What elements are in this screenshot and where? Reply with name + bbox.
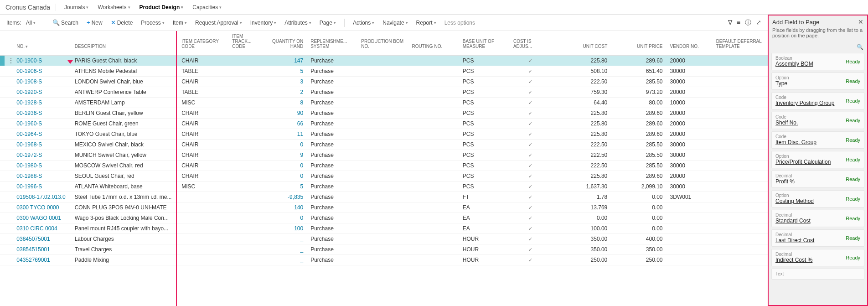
- new-button[interactable]: +New: [84, 17, 105, 28]
- field-card[interactable]: DecimalIndirect Cost %Ready: [771, 249, 864, 266]
- field-card[interactable]: CodeShelf No.Ready: [771, 112, 864, 129]
- row-more-icon[interactable]: [5, 192, 13, 202]
- col-unit-price[interactable]: UNIT PRICE: [611, 31, 666, 56]
- col-item-category[interactable]: ITEM CATEGORY CODE: [178, 31, 228, 56]
- col-qty[interactable]: QUANTITY ON HAND: [261, 31, 307, 56]
- field-card[interactable]: Text: [771, 269, 864, 280]
- field-card[interactable]: CodeItem Disc. GroupReady: [771, 131, 864, 149]
- row-more-icon[interactable]: [5, 98, 13, 108]
- field-card[interactable]: BooleanAssembly BOMReady: [771, 53, 864, 70]
- col-unit-cost[interactable]: UNIT COST: [551, 31, 611, 56]
- expand-icon[interactable]: ⤢: [756, 19, 761, 27]
- cell-no[interactable]: 00-1960-S: [13, 119, 71, 129]
- cell-qty[interactable]: 0: [261, 171, 307, 182]
- col-routing[interactable]: ROUTING NO.: [408, 31, 459, 56]
- row-handle[interactable]: [0, 192, 5, 202]
- table-row[interactable]: 00-1960-SROME Guest Chair, greenCHAIR66P…: [0, 119, 768, 129]
- top-tab[interactable]: Journals▾: [60, 1, 93, 13]
- top-tab[interactable]: Worksheets▾: [93, 1, 134, 13]
- col-no[interactable]: NO.▾: [13, 31, 71, 56]
- cell-no[interactable]: 019508-17.02.013.0: [13, 192, 71, 202]
- table-row[interactable]: 0300 WAGO 0001Wago 3-pos Black Locking M…: [0, 213, 768, 223]
- row-more-icon[interactable]: [5, 119, 13, 129]
- cell-qty[interactable]: 140: [261, 202, 307, 213]
- filter-icon[interactable]: ∇: [728, 19, 732, 27]
- cell-no[interactable]: 00-1996-S: [13, 182, 71, 192]
- table-row[interactable]: 00-1980-SMOSCOW Swivel Chair, redCHAIR0P…: [0, 161, 768, 171]
- row-handle[interactable]: [0, 140, 5, 150]
- cell-no[interactable]: 04352769001: [13, 255, 71, 265]
- inventory-menu[interactable]: Inventory▾: [248, 18, 279, 28]
- col-base-unit[interactable]: BASE UNIT OF MEASURE: [459, 31, 510, 56]
- cell-qty[interactable]: 147: [261, 56, 307, 66]
- field-card[interactable]: DecimalProfit %Ready: [771, 171, 864, 188]
- cell-no[interactable]: 00-1980-S: [13, 161, 71, 171]
- row-more-icon[interactable]: [5, 244, 13, 255]
- col-replen[interactable]: REPLENISHME... SYSTEM: [307, 31, 357, 56]
- cell-no[interactable]: 00-1928-S: [13, 98, 71, 108]
- row-more-icon[interactable]: [5, 150, 13, 161]
- row-handle[interactable]: [0, 171, 5, 182]
- cell-no[interactable]: 00-1900-S: [13, 56, 71, 66]
- table-row[interactable]: 00-1964-STOKYO Guest Chair, blueCHAIR11P…: [0, 129, 768, 140]
- process-menu[interactable]: Process▾: [138, 18, 167, 28]
- row-handle[interactable]: [0, 66, 5, 77]
- col-deferral[interactable]: DEFAULT DEFERRAL TEMPLATE: [713, 31, 768, 56]
- attributes-menu[interactable]: Attributes▾: [282, 18, 314, 28]
- less-options[interactable]: Less options: [442, 18, 478, 28]
- cell-qty[interactable]: 66: [261, 119, 307, 129]
- table-row[interactable]: 00-1996-SATLANTA Whiteboard, baseMISC5Pu…: [0, 182, 768, 192]
- cell-qty[interactable]: 11: [261, 129, 307, 140]
- cell-qty[interactable]: 0: [261, 140, 307, 150]
- col-vendor[interactable]: VENDOR NO.: [666, 31, 713, 56]
- request-approval-menu[interactable]: Request Approval▾: [192, 18, 245, 28]
- row-more-icon[interactable]: [5, 87, 13, 98]
- table-row[interactable]: 0300 TYCO 0000CONN PLUG 3POS 94V-0 UNI-M…: [0, 202, 768, 213]
- row-more-icon[interactable]: [5, 223, 13, 234]
- row-handle[interactable]: [0, 182, 5, 192]
- cell-no[interactable]: 03845075001: [13, 234, 71, 244]
- row-more-icon[interactable]: [5, 234, 13, 244]
- cell-no[interactable]: 03854515001: [13, 244, 71, 255]
- table-row[interactable]: 03854515001Travel Charges_PurchaseHOUR✓3…: [0, 244, 768, 255]
- cell-no[interactable]: 00-1968-S: [13, 140, 71, 150]
- row-handle[interactable]: [0, 56, 5, 66]
- table-row[interactable]: 00-1988-SSEOUL Guest Chair, redCHAIR0Pur…: [0, 171, 768, 182]
- cell-qty[interactable]: _: [261, 234, 307, 244]
- page-menu[interactable]: Page▾: [317, 18, 339, 28]
- cell-no[interactable]: 00-1972-S: [13, 150, 71, 161]
- cell-qty[interactable]: 8: [261, 98, 307, 108]
- row-handle[interactable]: [0, 119, 5, 129]
- row-more-icon[interactable]: ⋮: [5, 56, 13, 66]
- row-handle[interactable]: [0, 87, 5, 98]
- cell-no[interactable]: 0310 CIRC 0004: [13, 223, 71, 234]
- cell-no[interactable]: 0300 TYCO 0000: [13, 202, 71, 213]
- cell-no[interactable]: 00-1906-S: [13, 66, 71, 77]
- col-prod-bom[interactable]: PRODUCTION BOM NO.: [357, 31, 408, 56]
- row-handle[interactable]: [0, 161, 5, 171]
- list-icon[interactable]: ≡: [737, 19, 740, 27]
- row-more-icon[interactable]: [5, 77, 13, 87]
- row-more-icon[interactable]: [5, 161, 13, 171]
- cell-qty[interactable]: 5: [261, 182, 307, 192]
- cell-no[interactable]: 00-1920-S: [13, 87, 71, 98]
- cell-qty[interactable]: 90: [261, 108, 307, 119]
- field-card[interactable]: DecimalStandard CostReady: [771, 210, 864, 227]
- cell-qty[interactable]: _: [261, 255, 307, 265]
- row-more-icon[interactable]: [5, 171, 13, 182]
- row-handle[interactable]: [0, 108, 5, 119]
- row-more-icon[interactable]: [5, 129, 13, 140]
- item-menu[interactable]: Item▾: [170, 18, 190, 28]
- table-row[interactable]: 00-1928-SAMSTERDAM LampMISC8PurchasePCS✓…: [0, 98, 768, 108]
- row-handle[interactable]: [0, 129, 5, 140]
- row-more-icon[interactable]: [5, 213, 13, 223]
- cell-qty[interactable]: 9: [261, 150, 307, 161]
- field-card[interactable]: DecimalLast Direct CostReady: [771, 229, 864, 247]
- table-row[interactable]: 04352769001Paddle Mixing_PurchaseHOUR✓25…: [0, 255, 768, 265]
- top-tab[interactable]: Capacities▾: [188, 1, 226, 13]
- row-more-icon[interactable]: [5, 140, 13, 150]
- row-handle[interactable]: [0, 202, 5, 213]
- row-handle[interactable]: [0, 150, 5, 161]
- search-button[interactable]: 🔍Search: [50, 17, 81, 28]
- cell-qty[interactable]: 2: [261, 87, 307, 98]
